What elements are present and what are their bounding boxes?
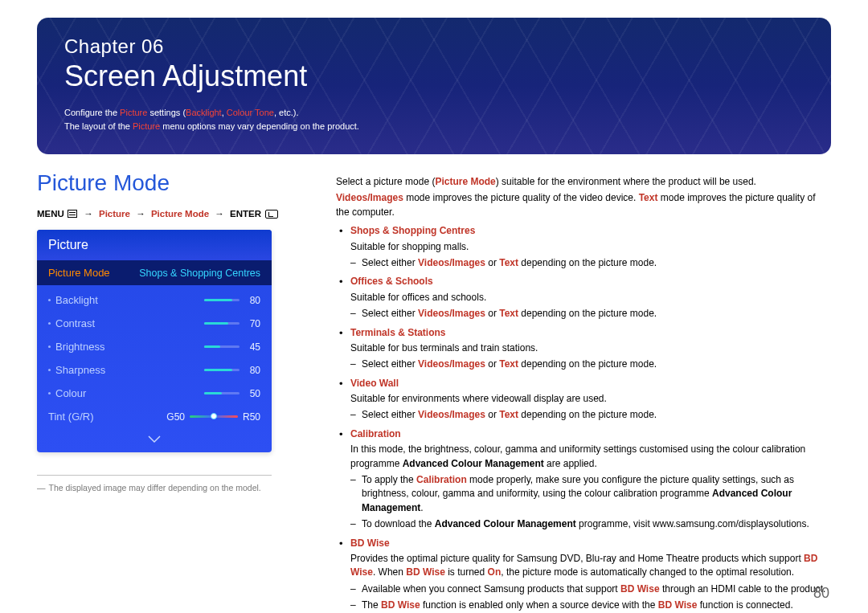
body-paragraph-1: Select a picture mode (Picture Mode) sui… (336, 175, 831, 189)
osd-picture-mode-row[interactable]: Picture Mode Shops & Shopping Centres (37, 260, 272, 285)
osd-item-label: Colour (55, 387, 86, 399)
chapter-title: Screen Adjustment (64, 59, 804, 93)
body-paragraph-2: Videos/Images mode improves the picture … (336, 191, 831, 219)
bdwise-note-2: The BD Wise function is enabled only whe… (350, 599, 831, 612)
osd-item-label: Backlight (55, 294, 98, 306)
slider-track[interactable] (204, 369, 240, 371)
intro-line-2: The layout of the Picture menu options m… (64, 120, 804, 133)
chapter-header: Chapter 06 Screen Adjustment Configure t… (37, 18, 831, 154)
list-sub-item: Select either Videos/Images or Text depe… (350, 358, 831, 371)
calibration-note-1: To apply the Calibration mode properly, … (350, 473, 831, 515)
footnote-left: ―The displayed image may differ dependin… (37, 482, 272, 495)
bdwise-note-1: Available when you connect Samsung produ… (350, 582, 831, 596)
chevron-down-icon (148, 435, 161, 443)
osd-item-value: 80 (246, 365, 260, 376)
osd-mode-label: Picture Mode (48, 267, 110, 279)
list-item-calibration: Calibration In this mode, the brightness… (336, 427, 831, 532)
osd-slider-row[interactable]: Brightness45 (48, 335, 260, 358)
osd-tint-g: G50 (166, 411, 185, 423)
osd-item-value: 80 (246, 295, 260, 306)
osd-panel: Picture Picture Mode Shops & Shopping Ce… (37, 230, 272, 452)
slider-track[interactable] (204, 392, 240, 394)
osd-item-label: Contrast (55, 317, 95, 329)
osd-item-value: 45 (246, 341, 260, 353)
osd-mode-value: Shops & Shopping Centres (139, 268, 260, 279)
list-item-bdwise: BD Wise Provides the optimal picture qua… (336, 537, 831, 613)
enter-icon (265, 210, 278, 219)
divider (37, 475, 272, 476)
menu-path: MENU → Picture → Picture Mode → ENTER (37, 209, 302, 219)
slider-track[interactable] (204, 322, 240, 325)
osd-item-value: 50 (246, 388, 260, 399)
intro-line-1: Configure the Picture settings (Backligh… (64, 106, 804, 120)
calibration-note-2: To download the Advanced Colour Manageme… (350, 517, 831, 531)
osd-item-value: 70 (246, 318, 260, 329)
osd-title: Picture (37, 230, 272, 260)
list-sub-item: Select either Videos/Images or Text depe… (350, 256, 831, 270)
slider-track[interactable] (204, 299, 240, 301)
section-heading: Picture Mode (37, 170, 302, 196)
list-sub-item: Select either Videos/Images or Text depe… (350, 307, 831, 321)
list-sub-item: Select either Videos/Images or Text depe… (350, 408, 831, 422)
osd-item-label: Brightness (55, 341, 104, 353)
page-number: 80 (813, 585, 829, 602)
list-item: Terminals & StationsSuitable for bus ter… (336, 326, 831, 372)
osd-scroll-down[interactable] (37, 430, 272, 452)
osd-slider-row[interactable]: Contrast70 (48, 312, 260, 335)
osd-tint-r: R50 (243, 411, 260, 423)
slider-track[interactable] (204, 345, 240, 348)
list-item: Offices & SchoolsSuitable for offices an… (336, 275, 831, 321)
menu-icon (68, 210, 77, 218)
osd-slider-row[interactable]: Colour50 (48, 382, 260, 405)
left-column: Picture Mode MENU → Picture → Picture Mo… (37, 170, 302, 495)
osd-tint-label: Tint (G/R) (48, 411, 94, 423)
right-column: Select a picture mode (Picture Mode) sui… (336, 170, 831, 613)
osd-slider-row[interactable]: Backlight80 (48, 288, 260, 312)
osd-tint-bar[interactable] (190, 415, 238, 418)
osd-slider-row[interactable]: Sharpness80 (48, 358, 260, 382)
list-item: Shops & Shopping CentresSuitable for sho… (336, 224, 831, 270)
list-item: Video WallSuitable for environments wher… (336, 377, 831, 423)
osd-item-label: Sharpness (55, 364, 105, 376)
chapter-label: Chapter 06 (64, 35, 804, 58)
osd-tint-row[interactable]: Tint (G/R) G50 R50 (48, 405, 260, 428)
